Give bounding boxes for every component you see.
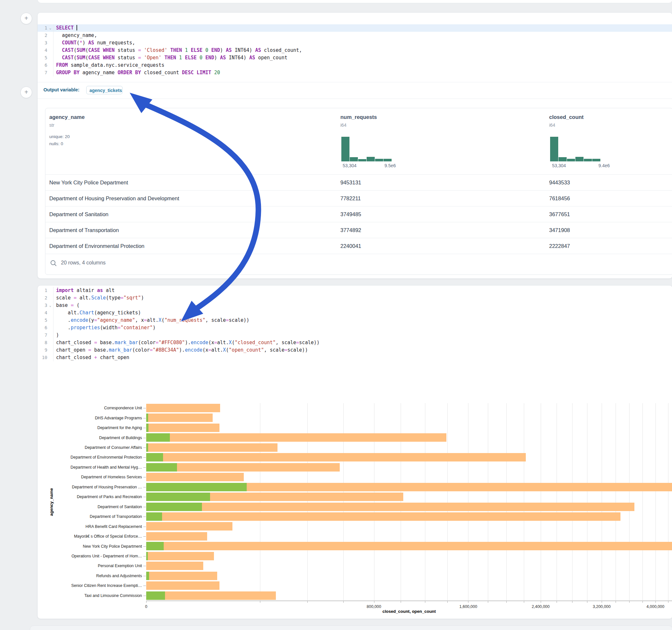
column-type: i64 xyxy=(549,122,555,128)
x-tick-label: 800,000 xyxy=(367,604,381,609)
y-axis-tick xyxy=(143,447,146,448)
table-cell: Department of Transportation xyxy=(49,222,119,238)
code-line: 1⌄SELECT xyxy=(38,24,672,32)
line-number: 2 xyxy=(38,32,47,39)
x-axis-line xyxy=(146,601,672,601)
histogram-bar xyxy=(592,159,600,162)
y-axis-tick xyxy=(143,467,146,468)
line-number: 4 xyxy=(38,47,47,54)
y-axis-tick xyxy=(143,596,146,596)
column-stat: nulls: 0 xyxy=(49,141,63,146)
table-cell: 9443533 xyxy=(549,175,570,191)
bar-closed xyxy=(146,591,276,600)
y-axis-label: Department of Sanitation xyxy=(38,505,142,509)
histogram-bar xyxy=(341,137,350,162)
notebook-page: + + 1⌄SELECT2 agency_name,3 COUNT(*) AS … xyxy=(0,0,672,630)
table-cell: 7618456 xyxy=(549,191,570,207)
add-cell-button-top[interactable]: + xyxy=(20,13,32,24)
y-axis-label: Department of Buildings xyxy=(38,436,142,440)
line-number: 5 xyxy=(38,54,47,62)
bar-open xyxy=(146,483,247,491)
code-text: agency_name, xyxy=(53,32,97,39)
output-variable-label: Output variable: xyxy=(44,87,79,92)
x-axis-tick xyxy=(343,601,344,603)
x-axis-tick xyxy=(602,601,602,603)
bar-closed xyxy=(146,552,214,560)
y-axis-label: Department for the Aging xyxy=(38,426,142,430)
x-tick-label: 0 xyxy=(145,604,147,609)
output-variable-tag[interactable]: agency_tickets xyxy=(86,86,123,94)
table-row[interactable]: Department of Transportation377489234719… xyxy=(45,222,672,238)
x-axis-tick xyxy=(488,601,488,603)
output-variable-row: Output variable: agency_tickets xyxy=(38,82,672,98)
y-axis-label: Department of Parks and Recreation xyxy=(38,494,142,499)
y-axis-label: Department of Transportation xyxy=(38,514,142,519)
sql-cell: 1⌄SELECT2 agency_name,3 COUNT(*) AS num_… xyxy=(37,12,672,279)
fold-toggle-icon[interactable] xyxy=(47,39,53,47)
table-cell: New York City Police Department xyxy=(49,175,128,191)
y-axis-tick xyxy=(143,497,146,497)
y-axis-label: Taxi and Limousine Commission xyxy=(38,593,142,598)
fold-toggle-icon[interactable] xyxy=(47,62,53,69)
table-footer: 20 rows, 4 columns xyxy=(45,254,672,275)
y-axis-tick xyxy=(143,428,146,428)
y-axis-label: Department of Environmental Protection xyxy=(38,455,142,460)
add-cell-button-middle[interactable]: + xyxy=(20,87,32,98)
histogram xyxy=(550,136,601,162)
result-table: agency_name str unique: 20 nulls: 0 num_… xyxy=(45,108,672,275)
y-axis-tick xyxy=(143,566,146,566)
bar-closed xyxy=(146,453,526,461)
bar-closed xyxy=(146,542,672,550)
bar-chart: agency_name closed_count, open_count Cor… xyxy=(38,286,672,619)
y-axis-tick xyxy=(143,527,146,527)
code-line: 5 CAST(SUM(CASE WHEN status = 'Open' THE… xyxy=(38,54,672,62)
next-cell-edge xyxy=(30,626,672,630)
fold-toggle-icon[interactable] xyxy=(47,47,53,54)
bar-closed xyxy=(146,572,217,580)
histogram-min-label: 53,304 xyxy=(343,163,357,168)
table-row[interactable]: New York City Police Department945313194… xyxy=(45,174,672,191)
y-axis-label: Department of Health and Mental Hyg… xyxy=(38,465,142,469)
code-line: 7GROUP BY agency_name ORDER BY closed_co… xyxy=(38,69,672,76)
table-cell: Department of Sanitation xyxy=(49,207,109,222)
x-axis-tick xyxy=(587,601,587,603)
x-axis-tick xyxy=(468,601,469,603)
y-axis-tick xyxy=(143,547,146,547)
table-cell: Department of Housing Preservation and D… xyxy=(49,191,179,207)
line-number: 6 xyxy=(38,62,47,69)
table-cell: 3677651 xyxy=(549,207,570,222)
fold-toggle-icon[interactable] xyxy=(47,69,53,76)
bar-closed xyxy=(146,532,207,540)
table-cell: 3774892 xyxy=(340,222,361,238)
x-tick-label: 2,400,000 xyxy=(532,604,549,609)
sql-editor[interactable]: 1⌄SELECT2 agency_name,3 COUNT(*) AS num_… xyxy=(38,24,672,76)
bar-open xyxy=(146,503,202,511)
y-axis-label: Refunds and Adjustments xyxy=(38,574,142,578)
fold-toggle-icon[interactable]: ⌄ xyxy=(47,24,53,32)
x-axis-tick xyxy=(260,601,260,603)
y-axis-tick xyxy=(143,507,146,507)
histogram-max-label: 9.4e6 xyxy=(598,163,610,168)
fold-toggle-icon[interactable] xyxy=(47,54,53,62)
fold-toggle-icon[interactable] xyxy=(47,32,53,39)
code-text: CAST(SUM(CASE WHEN status = 'Closed' THE… xyxy=(53,47,302,54)
code-line: 4 CAST(SUM(CASE WHEN status = 'Closed' T… xyxy=(38,47,672,54)
search-icon[interactable] xyxy=(50,260,57,267)
table-cell: 3471908 xyxy=(549,222,570,238)
x-axis-tick xyxy=(557,601,557,603)
histogram xyxy=(341,136,392,162)
bar-open xyxy=(146,591,165,600)
table-row[interactable]: Department of Sanitation37494853677651 xyxy=(45,206,672,222)
column-stat: unique: 20 xyxy=(49,134,70,139)
bar-open xyxy=(146,443,148,452)
table-row[interactable]: Department of Environmental Protection22… xyxy=(45,238,672,254)
previous-cell-edge xyxy=(37,0,672,3)
y-axis-tick xyxy=(143,576,146,576)
x-axis-tick xyxy=(447,601,448,603)
x-tick-label: 3,200,000 xyxy=(593,604,610,609)
bar-open xyxy=(146,492,210,501)
bar-closed xyxy=(146,562,203,570)
table-row[interactable]: Department of Housing Preservation and D… xyxy=(45,190,672,207)
histogram-bar xyxy=(584,159,592,162)
histogram-bar xyxy=(358,159,366,162)
